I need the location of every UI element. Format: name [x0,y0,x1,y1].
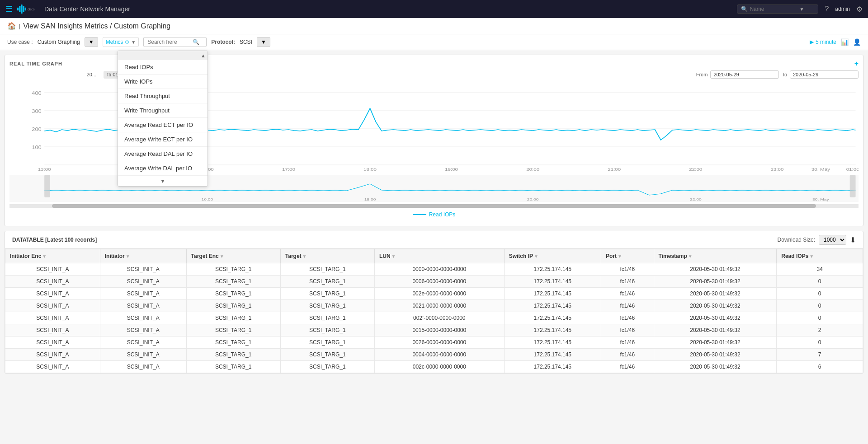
metrics-dropdown-scroll-up[interactable]: ▲ [201,53,206,58]
metrics-dropdown-item[interactable]: Average Write ECT per IO [118,132,208,147]
table-header-cell[interactable]: Target▼ [280,249,374,263]
global-search-input[interactable] [750,6,799,12]
table-cell: SCSI_TARG_1 [280,288,374,300]
table-cell: SCSI_TARG_1 [280,312,374,324]
metrics-dropdown-item[interactable]: Read IOPs [118,60,208,75]
from-date-input[interactable] [710,70,779,79]
svg-text:18:00: 18:00 [363,167,377,172]
table-cell: 34 [777,263,863,276]
table-cell: 2020-05-30 01:49:32 [654,337,777,349]
chart-bar-icon[interactable]: 📊 [841,38,849,46]
table-header-cell[interactable]: Initiator Enc▼ [5,249,100,263]
breadcrumb: 🏠 | View SAN Insights Metrics / Custom G… [0,18,868,34]
topnav-right-section: 🔍 ▼ ? admin ⚙ [737,5,863,14]
metrics-dropdown-item[interactable]: Read Throughput [118,89,208,103]
svg-rect-1 [19,6,20,12]
datatable: Initiator Enc▼Initiator▼Target Enc▼Targe… [5,249,863,373]
table-cell: SCSI_TARG_1 [186,324,280,337]
usecase-dropdown-button[interactable]: ▼ [85,37,98,47]
table-cell: 2020-05-30 01:49:32 [654,276,777,288]
sort-icon: ▼ [392,254,396,259]
metrics-dropdown-item[interactable]: Write Throughput [118,103,208,118]
table-cell: SCSI_TARG_1 [186,349,280,361]
table-cell: 172.25.174.145 [504,276,601,288]
search-icon: 🔍 [741,6,748,12]
from-label: From [696,72,708,77]
home-icon[interactable]: 🏠 [7,22,16,30]
to-label: To [782,72,787,77]
svg-text:20:00: 20:00 [526,167,539,172]
help-icon[interactable]: ? [825,5,829,13]
download-icon[interactable]: ⬇ [850,236,856,244]
table-row: SCSI_INIT_ASCSI_INIT_ASCSI_TARG_1SCSI_TA… [5,312,863,324]
table-cell: fc1/46 [601,324,654,337]
table-cell: 002e-0000-0000-0000 [374,288,504,300]
hamburger-menu[interactable]: ☰ [5,4,13,14]
scrollbar-thumb[interactable] [52,204,816,208]
svg-rect-33 [44,175,50,197]
metrics-dropdown-scroll-down[interactable]: ▼ [118,176,208,186]
protocol-value: SCSI [240,39,252,45]
table-header-cell[interactable]: Port▼ [601,249,654,263]
play-button[interactable]: ▶ 5 minute [810,39,836,45]
svg-rect-34 [850,175,856,197]
table-header-cell[interactable]: Switch IP▼ [504,249,601,263]
table-cell: 2020-05-30 01:49:32 [654,288,777,300]
metrics-dropdown-item[interactable]: Write IOPs [118,75,208,89]
table-header-cell[interactable]: Target Enc▼ [186,249,280,263]
cisco-logo: cisco [17,5,40,14]
legend-line [413,214,426,215]
table-header-cell[interactable]: Read IOPs▼ [777,249,863,263]
search-input[interactable] [147,39,193,45]
table-cell: 2020-05-30 01:49:32 [654,300,777,312]
graph-scrollbar[interactable] [9,204,859,208]
svg-text:18:00: 18:00 [364,197,376,201]
table-cell: 0000-0000-0000-0000 [374,263,504,276]
download-size-select[interactable]: 1000 500 250 100 [819,235,846,245]
legend-label: Read IOPs [429,211,456,218]
datatable-download: Download Size: 1000 500 250 100 ⬇ [778,235,856,245]
table-header-cell[interactable]: Initiator▼ [100,249,186,263]
table-cell: SCSI_TARG_1 [280,337,374,349]
table-cell: SCSI_INIT_A [100,349,186,361]
user-icon[interactable]: 👤 [853,38,861,46]
metrics-label: Metrics [106,39,123,45]
play-icon: ▶ [810,39,814,45]
table-header-cell[interactable]: LUN▼ [374,249,504,263]
svg-rect-0 [17,8,19,11]
svg-text:400: 400 [32,91,41,95]
search-box[interactable]: 🔍 [143,37,207,47]
metrics-dropdown-item[interactable]: Average Read ECT per IO [118,118,208,132]
svg-text:30. May: 30. May [812,197,829,201]
metrics-dropdown-item[interactable]: Average Read DAL per IO [118,147,208,161]
svg-text:01:00: 01:00 [846,167,859,172]
table-row: SCSI_INIT_ASCSI_INIT_ASCSI_TARG_1SCSI_TA… [5,337,863,349]
protocol-dropdown-button[interactable]: ▼ [257,37,270,47]
datatable-title: DATATABLE [Latest 100 records] [12,237,97,243]
settings-icon[interactable]: ⚙ [856,5,863,14]
gear-icon: ⚙ [125,39,129,45]
table-cell: 2020-05-30 01:49:32 [654,361,777,373]
admin-label: admin [835,6,850,12]
sort-icon: ▼ [126,254,130,259]
to-date-input[interactable] [790,70,859,79]
svg-text:16:00: 16:00 [201,197,213,201]
table-cell: SCSI_TARG_1 [186,288,280,300]
add-graph-button[interactable]: + [854,60,859,68]
table-cell: fc1/46 [601,300,654,312]
metrics-dropdown-item[interactable]: Average Write DAL per IO [118,161,208,176]
table-cell: 0 [777,276,863,288]
table-cell: SCSI_TARG_1 [280,276,374,288]
table-cell: SCSI_INIT_A [100,312,186,324]
table-cell: SCSI_INIT_A [5,288,100,300]
breadcrumb-separator: | [19,23,20,29]
table-cell: SCSI_TARG_1 [186,337,280,349]
table-cell: SCSI_INIT_A [5,263,100,276]
table-cell: 0021-0000-0000-0000 [374,300,504,312]
metrics-button[interactable]: Metrics ⚙ ▼ [103,37,139,47]
table-row: SCSI_INIT_ASCSI_INIT_ASCSI_TARG_1SCSI_TA… [5,276,863,288]
global-search[interactable]: 🔍 ▼ [737,5,818,14]
table-header-cell[interactable]: Timestamp▼ [654,249,777,263]
table-cell: SCSI_INIT_A [5,361,100,373]
table-cell: 0 [777,300,863,312]
